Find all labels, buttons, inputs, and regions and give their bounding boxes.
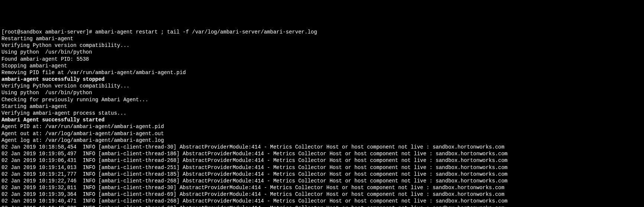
output-line: 02 Jan 2019 10:19:40,471 INFO [ambari-cl…	[1, 198, 643, 204]
output-line: Agent PID at: /var/run/ambari-agent/amba…	[1, 123, 643, 130]
output-line: Using python /usr/bin/python	[1, 49, 643, 55]
output-line: Verifying ambari-agent process status...	[1, 110, 643, 117]
output-lines: Restarting ambari-agentVerifying Python …	[1, 35, 643, 207]
output-line: Ambari Agent successfully started	[1, 117, 643, 123]
command-text: ambari-agent restart ; tail -f /var/log/…	[95, 29, 317, 35]
output-line: Starting ambari-agent	[1, 103, 643, 110]
output-line: 02 Jan 2019 10:19:39,364 INFO [ambari-cl…	[1, 191, 643, 198]
output-line: 02 Jan 2019 10:19:22,746 INFO [ambari-cl…	[1, 178, 643, 184]
terminal-output[interactable]: [root@sandbox ambari-server]# ambari-age…	[1, 29, 643, 207]
output-line: Agent out at: /var/log/ambari-agent/amba…	[1, 130, 643, 137]
output-line: 02 Jan 2019 10:19:05,497 INFO [ambari-cl…	[1, 150, 643, 157]
output-line: 02 Jan 2019 10:19:06,431 INFO [ambari-cl…	[1, 157, 643, 164]
output-line: 02 Jan 2019 10:19:14,013 INFO [ambari-cl…	[1, 164, 643, 171]
output-line: Verifying Python version compatibility..…	[1, 83, 643, 89]
output-line: 02 Jan 2019 10:19:21,777 INFO [ambari-cl…	[1, 171, 643, 178]
command-line: [root@sandbox ambari-server]# ambari-age…	[1, 29, 643, 35]
output-line: Checking for previously running Ambari A…	[1, 96, 643, 103]
output-line: Using python /usr/bin/python	[1, 89, 643, 96]
output-line: ambari-agent successfully stopped	[1, 76, 643, 83]
shell-prompt: [root@sandbox ambari-server]#	[1, 29, 95, 35]
output-line: Removing PID file at /var/run/ambari-age…	[1, 69, 643, 76]
output-line: 02 Jan 2019 10:18:58,454 INFO [ambari-cl…	[1, 144, 643, 150]
output-line: Agent log at: /var/log/ambari-agent/amba…	[1, 137, 643, 144]
output-line: 02 Jan 2019 10:19:48,009 INFO [ambari-cl…	[1, 205, 643, 207]
output-line: Stopping ambari-agent	[1, 63, 643, 69]
output-line: Restarting ambari-agent	[1, 35, 643, 42]
output-line: Found ambari-agent PID: 5538	[1, 56, 643, 63]
output-line: Verifying Python version compatibility..…	[1, 42, 643, 49]
output-line: 02 Jan 2019 10:19:32,811 INFO [ambari-cl…	[1, 184, 643, 191]
